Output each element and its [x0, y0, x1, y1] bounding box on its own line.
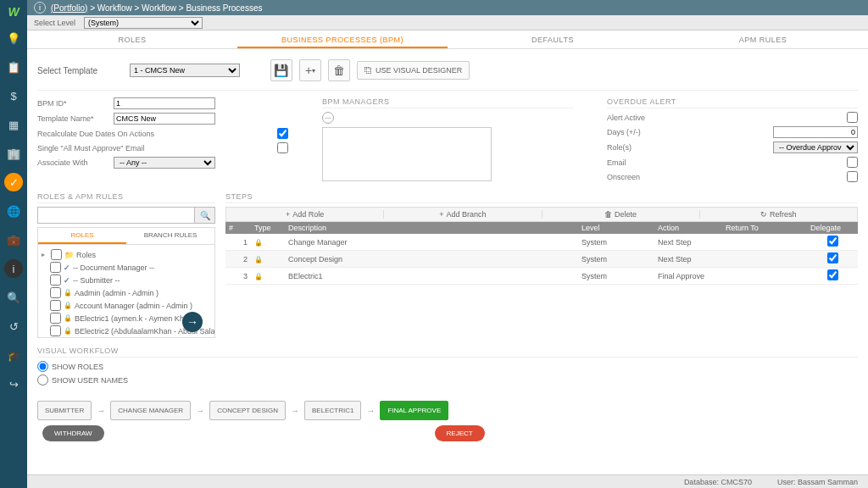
- roles-tree[interactable]: ▸📁Roles ✓-- Document Manager -- ✓-- Subm…: [37, 245, 215, 338]
- arrow-icon: →: [196, 406, 204, 415]
- delegate-checkbox[interactable]: [827, 252, 838, 263]
- delete-step-button[interactable]: 🗑Delete: [542, 210, 700, 219]
- search-icon[interactable]: 🔍: [4, 288, 23, 307]
- flow-concept-design: CONCEPT DESIGN: [209, 401, 286, 420]
- visual-designer-button[interactable]: ⿻ USE VISUAL DESIGNER: [357, 61, 470, 80]
- grad-cap-icon[interactable]: 🎓: [4, 346, 23, 364]
- email-checkbox[interactable]: [847, 157, 858, 168]
- recalc-label: Recalculate Due Dates On Actions: [37, 130, 277, 138]
- tab-apm-rules[interactable]: APM RULES: [658, 30, 868, 48]
- lock-icon: 🔒: [254, 239, 263, 247]
- breadcrumb-portfolio[interactable]: (Portfolio): [51, 3, 87, 13]
- role-tab-branch[interactable]: BRANCH RULES: [126, 228, 214, 244]
- status-bar: Database: CMCS70 User: Bassam Samman: [27, 474, 868, 488]
- refresh-icon: ↻: [760, 210, 767, 219]
- select-level-label: Select Level: [34, 19, 75, 27]
- flow-reject: REJECT: [435, 425, 485, 441]
- refresh-button[interactable]: ↻Refresh: [700, 210, 857, 219]
- tab-roles[interactable]: ROLES: [27, 30, 237, 48]
- history-icon[interactable]: ↺: [4, 317, 23, 336]
- tree-item[interactable]: ✓-- Document Manager --: [42, 261, 211, 274]
- trash-icon: 🗑: [604, 210, 612, 219]
- flow-belectric: BELECTRIC1: [304, 401, 361, 420]
- plus-icon: +: [439, 210, 443, 219]
- bpm-managers-box: [322, 127, 492, 181]
- save-button[interactable]: 💾: [270, 59, 292, 81]
- tree-root[interactable]: ▸📁Roles: [42, 248, 211, 261]
- bpm-managers-header: BPM MANAGERS: [322, 97, 573, 108]
- show-users-radio[interactable]: [37, 374, 48, 385]
- bpm-managers-picker[interactable]: ⋯: [322, 112, 334, 124]
- delegate-checkbox[interactable]: [827, 236, 838, 247]
- template-name-label: Template Name*: [37, 114, 114, 123]
- add-branch-button[interactable]: +Add Branch: [384, 210, 542, 219]
- dollar-icon[interactable]: $: [4, 86, 23, 105]
- table-row[interactable]: 2🔒Concept DesignSystemNext Step: [225, 251, 858, 268]
- select-template-label: Select Template: [37, 66, 97, 75]
- roles-dropdown[interactable]: -- Overdue Approver --: [773, 141, 858, 153]
- main-tabs: ROLES BUSINESS PROCESSES (BPM) DEFAULTS …: [27, 30, 868, 49]
- lock-icon: 🔒: [254, 273, 263, 280]
- breadcrumb-path: > Workflow > Workflow > Business Process…: [87, 3, 262, 13]
- associate-dropdown[interactable]: -- Any --: [114, 157, 215, 169]
- clipboard-icon[interactable]: 📋: [4, 58, 23, 76]
- alert-active-checkbox[interactable]: [847, 112, 858, 123]
- days-label: Days (+/-): [607, 128, 773, 136]
- single-approve-label: Single "All Must Approve" Email: [37, 144, 277, 152]
- template-dropdown[interactable]: 1 - CMCS New: [130, 64, 240, 77]
- onscreen-checkbox[interactable]: [847, 171, 858, 182]
- sidebar: W 💡 📋 $ ▦ 🏢 ✓ 🌐 💼 i 🔍 ↺ 🎓 ↪: [0, 0, 27, 488]
- workflow-diagram: SUBMITTER → CHANGE MANAGER → CONCEPT DES…: [37, 401, 858, 420]
- add-button[interactable]: +▾: [299, 59, 321, 81]
- show-roles-label: SHOW ROLES: [52, 363, 103, 371]
- recalc-checkbox[interactable]: [277, 128, 288, 139]
- bulb-icon[interactable]: 💡: [4, 29, 23, 47]
- show-roles-radio[interactable]: [37, 361, 48, 372]
- designer-icon: ⿻: [364, 66, 372, 75]
- arrow-icon: →: [291, 406, 299, 415]
- building-icon[interactable]: 🏢: [4, 144, 23, 163]
- info-circle-icon[interactable]: i: [4, 259, 23, 278]
- globe-icon[interactable]: 🌐: [4, 202, 23, 220]
- roles-search-input[interactable]: [37, 207, 195, 224]
- plus-icon: +: [286, 210, 290, 219]
- delete-button[interactable]: 🗑: [328, 59, 350, 81]
- show-users-label: SHOW USER NAMES: [52, 376, 128, 385]
- tab-business-processes[interactable]: BUSINESS PROCESSES (BPM): [237, 30, 448, 48]
- level-bar: Select Level (System): [27, 15, 868, 30]
- tab-defaults[interactable]: DEFAULTS: [448, 30, 658, 48]
- assign-arrow-button[interactable]: →: [182, 312, 203, 332]
- onscreen-label: Onscreen: [607, 173, 847, 181]
- arrow-icon: →: [97, 406, 105, 415]
- select-level-dropdown[interactable]: (System): [84, 17, 203, 29]
- briefcase-icon[interactable]: 💼: [4, 230, 23, 249]
- roles-search-button[interactable]: 🔍: [195, 207, 215, 224]
- flow-withdraw: WITHDRAW: [42, 425, 104, 441]
- info-icon[interactable]: i: [34, 2, 46, 14]
- logout-icon[interactable]: ↪: [4, 374, 23, 393]
- days-input[interactable]: [773, 126, 858, 138]
- add-role-button[interactable]: +Add Role: [226, 210, 384, 219]
- email-label: Email: [607, 158, 847, 167]
- overdue-header: OVERDUE ALERT: [607, 97, 858, 108]
- check-icon[interactable]: ✓: [4, 173, 23, 191]
- table-row[interactable]: 1🔒Change ManagerSystemNext Step: [225, 234, 858, 251]
- tree-item[interactable]: 🔒Branch Manager (AbrarAli - Abrar Ali): [42, 337, 211, 338]
- flow-final-approve: FINAL APPROVE: [380, 401, 448, 420]
- roles-apm-header: ROLES & APM RULES: [37, 192, 215, 203]
- role-tab-roles[interactable]: ROLES: [38, 228, 126, 244]
- template-name-input[interactable]: [114, 113, 215, 125]
- tree-item[interactable]: ✓-- Submitter --: [42, 274, 211, 286]
- flow-submitter: SUBMITTER: [37, 401, 92, 420]
- tree-item[interactable]: 🔒Account Manager (admin - Admin ): [42, 299, 211, 312]
- tree-item[interactable]: 🔒Aadmin (admin - Admin ): [42, 286, 211, 299]
- breadcrumb: i (Portfolio) > Workflow > Workflow > Bu…: [27, 0, 868, 15]
- table-row[interactable]: 3🔒BElectric1SystemFinal Approve: [225, 268, 858, 285]
- alert-active-label: Alert Active: [607, 114, 847, 122]
- single-approve-checkbox[interactable]: [277, 142, 288, 153]
- lock-icon: 🔒: [254, 256, 263, 263]
- calendar-icon[interactable]: ▦: [4, 115, 23, 134]
- roles-label: Role(s): [607, 143, 773, 152]
- bpm-id-input[interactable]: [114, 97, 215, 109]
- delegate-checkbox[interactable]: [827, 269, 838, 280]
